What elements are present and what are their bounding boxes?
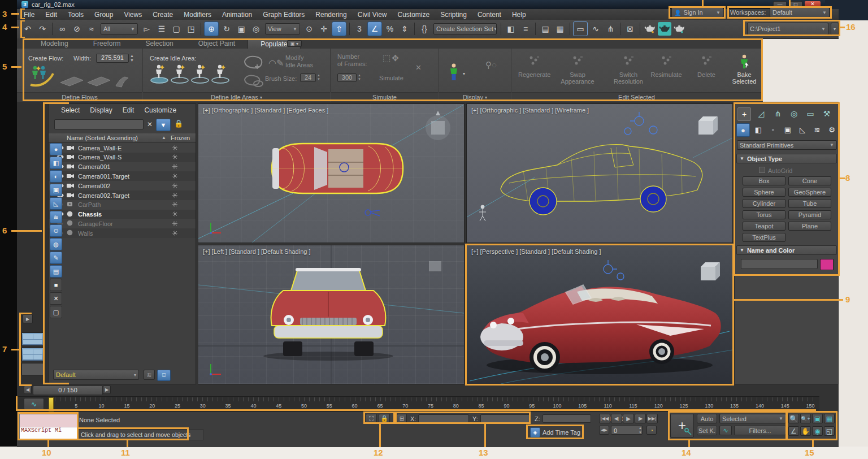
- isolate-selection-icon[interactable]: ⊠: [623, 22, 637, 36]
- window-crossing-icon[interactable]: ◳: [184, 22, 198, 36]
- spinner-snap-icon[interactable]: ⇕: [398, 22, 411, 36]
- explorer-row-camera002[interactable]: Camera002: [49, 181, 196, 190]
- timeline-tick-15[interactable]: 15: [124, 403, 129, 409]
- timeline-tick-10[interactable]: 10: [99, 403, 105, 409]
- timeline-tick-120[interactable]: 120: [654, 403, 663, 409]
- menu-group[interactable]: Group: [94, 11, 113, 19]
- schematic-toggle-icon[interactable]: ⌸: [157, 370, 171, 381]
- reference-coordinate-system-dropdown[interactable]: View▼: [265, 23, 300, 34]
- timeline-tick-30[interactable]: 30: [200, 403, 206, 409]
- select-and-rotate-icon[interactable]: ↻: [220, 22, 233, 36]
- name-column-header[interactable]: Name (Sorted Ascending): [67, 135, 138, 141]
- previous-frame-button[interactable]: ◀|: [611, 414, 622, 423]
- frozen-toggle-icon[interactable]: [172, 230, 177, 237]
- clear-search-icon[interactable]: ✕: [147, 120, 153, 128]
- keyboard-shortcut-override-icon[interactable]: ⇧: [332, 21, 346, 36]
- time-configuration-icon[interactable]: ◔: [646, 426, 657, 435]
- explorer-row-garagefloor[interactable]: GarageFloor: [49, 219, 196, 228]
- undo-icon[interactable]: ↶: [21, 22, 34, 36]
- rectangular-selection-region-icon[interactable]: ▢: [170, 22, 183, 36]
- menu-tools[interactable]: Tools: [68, 11, 84, 19]
- timeline-tick-5[interactable]: 5: [75, 403, 77, 409]
- explorer-row-camera001-target[interactable]: Camera001.Target: [49, 171, 196, 181]
- mirror-icon[interactable]: ◧: [504, 22, 518, 36]
- viewport-top-left[interactable]: [+] [Orthographic ] [Standard ] [Edged F…: [198, 103, 465, 243]
- timeline-tick-50[interactable]: 50: [301, 403, 307, 409]
- explorer-row-carpath[interactable]: CarPath: [49, 200, 196, 210]
- explorer-row-chassis[interactable]: ▶ Chassis: [49, 210, 196, 219]
- frozen-toggle-icon[interactable]: [172, 154, 177, 161]
- redo-icon[interactable]: ↷: [36, 22, 49, 36]
- menu-customize[interactable]: Customize: [398, 11, 430, 19]
- groups-filter-icon[interactable]: ⊙: [50, 224, 62, 237]
- timeline-tick-100[interactable]: 100: [553, 403, 561, 409]
- frozen-toggle-icon[interactable]: [172, 173, 177, 180]
- go-to-end-button[interactable]: ▶▶|: [646, 414, 658, 423]
- use-pivot-point-center-icon[interactable]: ⊙: [302, 22, 316, 36]
- select-and-manipulate-icon[interactable]: ✛: [317, 22, 331, 36]
- timeline-tick-20[interactable]: 20: [149, 403, 155, 409]
- menu-modifiers[interactable]: Modifiers: [184, 11, 211, 19]
- object-name[interactable]: CarPath: [78, 201, 101, 208]
- explorer-row-walls[interactable]: Walls: [49, 228, 196, 238]
- timeline-tick-150[interactable]: 150: [806, 403, 814, 409]
- timeline-tick-135[interactable]: 135: [730, 403, 739, 409]
- object-name[interactable]: Camera002.Target: [78, 192, 129, 199]
- all-objects-icon[interactable]: ●: [50, 143, 62, 155]
- object-name[interactable]: Camera_Wall-S: [78, 154, 121, 161]
- containers-filter-icon[interactable]: ▤: [50, 265, 62, 278]
- explorer-row-camera-wall-s[interactable]: Camera_Wall-S: [49, 153, 196, 162]
- timeline-tick-40[interactable]: 40: [250, 403, 256, 409]
- z-coordinate-field[interactable]: [542, 414, 591, 423]
- toggle-ribbon-icon[interactable]: ▭: [573, 21, 588, 36]
- select-and-link-icon[interactable]: ∞: [55, 22, 69, 36]
- timeline-tick-75[interactable]: 75: [428, 403, 433, 409]
- lock-icon[interactable]: 🔒: [174, 119, 183, 128]
- play-button[interactable]: ▶: [623, 414, 634, 423]
- viewport-layout-tab-b[interactable]: [21, 348, 44, 361]
- object-name[interactable]: GarageFloor: [78, 220, 113, 227]
- hidden-filter-icon[interactable]: ▢: [50, 306, 62, 318]
- frozen-toggle-icon[interactable]: [172, 201, 177, 208]
- frozen-toggle-icon[interactable]: [172, 220, 177, 227]
- next-frame-button[interactable]: |▶: [635, 414, 646, 423]
- menu-content[interactable]: Content: [478, 11, 501, 19]
- percent-snap-icon[interactable]: %: [383, 22, 397, 36]
- current-frame-field[interactable]: 0: [611, 426, 643, 435]
- timeline-tick-65[interactable]: 65: [377, 403, 383, 409]
- render-setup-icon[interactable]: ●: [643, 22, 657, 36]
- timeline-tick-80[interactable]: 80: [453, 403, 459, 409]
- object-name[interactable]: Camera001.Target: [78, 173, 129, 180]
- select-and-place-icon[interactable]: ◎: [249, 22, 263, 36]
- timeline-tick-35[interactable]: 35: [225, 403, 231, 409]
- timeline-tick-90[interactable]: 90: [504, 403, 509, 409]
- key-mode-toggle[interactable]: ◀▶: [599, 426, 609, 435]
- menu-rendering[interactable]: Rendering: [315, 11, 346, 19]
- object-name[interactable]: Camera002: [78, 183, 110, 189]
- timeline-tick-85[interactable]: 85: [479, 403, 484, 409]
- render-production-icon[interactable]: ●: [672, 22, 686, 36]
- filter-icon[interactable]: ▼: [156, 119, 171, 131]
- curve-editor-icon[interactable]: ∿: [589, 22, 602, 36]
- explorer-menu-display[interactable]: Display: [90, 106, 112, 114]
- frozen-filter-icon[interactable]: ✕: [50, 292, 62, 305]
- selection-filter-dropdown[interactable]: All▼: [101, 23, 138, 34]
- timeline-tick-145[interactable]: 145: [781, 403, 789, 409]
- go-to-start-button[interactable]: |◀◀: [599, 414, 610, 423]
- shapes-filter-icon[interactable]: ◧: [50, 157, 62, 169]
- explorer-search-input[interactable]: [54, 119, 144, 129]
- timeline-tick-140[interactable]: 140: [756, 403, 764, 409]
- menu-views[interactable]: Views: [124, 11, 142, 19]
- toggle-layer-explorer-icon[interactable]: ▦: [553, 22, 567, 36]
- explorer-row-camera002-target[interactable]: Camera002.Target: [49, 190, 196, 200]
- timeline-tick-60[interactable]: 60: [352, 403, 358, 409]
- frozen-column-header[interactable]: Frozen: [171, 135, 190, 141]
- frozen-toggle-icon[interactable]: [172, 183, 177, 189]
- menu-edit[interactable]: Edit: [45, 11, 57, 19]
- object-name[interactable]: Camera_Wall-E: [78, 145, 121, 151]
- cameras-filter-icon[interactable]: ▣: [50, 184, 62, 196]
- helpers-filter-icon[interactable]: ◺: [50, 197, 62, 210]
- explorer-menu-edit[interactable]: Edit: [123, 106, 134, 114]
- time-slider[interactable]: 0 / 150: [33, 386, 103, 395]
- timeline-tick-25[interactable]: 25: [175, 403, 180, 409]
